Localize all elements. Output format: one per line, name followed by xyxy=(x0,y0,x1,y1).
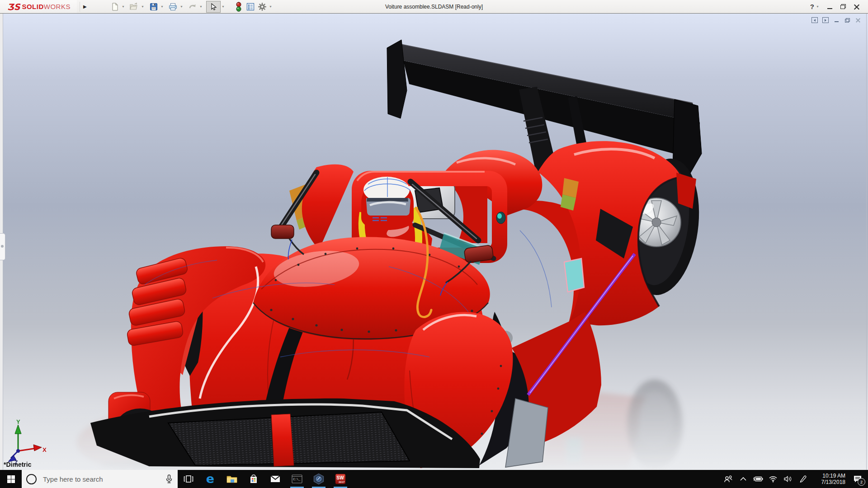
viewport-right-border xyxy=(866,14,867,470)
splitter-pillar xyxy=(271,414,294,466)
feature-manager-expand-tab[interactable] xyxy=(0,233,5,260)
system-tray: 10:19 AM 7/13/2018 2 xyxy=(721,470,868,488)
windows-logo-icon xyxy=(7,475,15,483)
task-view-icon xyxy=(183,474,194,484)
save-floppy-icon xyxy=(149,2,158,11)
select-cursor-icon xyxy=(209,3,217,11)
triad-x-label: X xyxy=(42,446,47,453)
traffic-light-icon xyxy=(235,2,242,12)
wifi-icon xyxy=(769,475,778,483)
power-status-button[interactable] xyxy=(750,470,765,488)
edrawings-hexagon-icon xyxy=(313,473,325,485)
minimize-icon xyxy=(827,8,832,9)
task-pane-button[interactable] xyxy=(245,1,256,12)
windows-taskbar: e xyxy=(0,470,868,488)
taskbar-clock[interactable]: 10:19 AM 7/13/2018 xyxy=(810,473,847,485)
command-prompt-icon: C:\_ xyxy=(291,474,303,484)
cmd-prompt-text: C:\_ xyxy=(293,478,301,481)
taskbar-app-file-explorer[interactable] xyxy=(221,470,243,488)
taskbar-app-edge[interactable]: e xyxy=(199,470,221,488)
action-center-button[interactable]: 2 xyxy=(847,470,868,488)
new-document-dropdown[interactable]: ▼ xyxy=(121,1,126,12)
task-view-button[interactable] xyxy=(178,470,199,488)
doc-next-button[interactable] xyxy=(820,16,831,24)
search-input[interactable] xyxy=(42,475,165,483)
taskbar-app-edrawings[interactable] xyxy=(308,470,330,488)
help-button[interactable]: ? xyxy=(807,3,815,10)
help-dropdown[interactable]: ▼ xyxy=(815,1,820,12)
start-button[interactable] xyxy=(0,470,22,488)
options-button[interactable] xyxy=(256,1,268,12)
graphics-viewport[interactable]: Y X Z *Dimetric xyxy=(0,14,868,470)
save-dropdown[interactable]: ▼ xyxy=(160,1,165,12)
tail-corner xyxy=(676,173,696,209)
battery-icon xyxy=(753,476,763,482)
undo-button[interactable] xyxy=(187,1,198,12)
print-dropdown[interactable]: ▼ xyxy=(179,1,184,12)
doc-restore-button[interactable] xyxy=(842,16,853,24)
store-icon xyxy=(248,474,259,484)
cortana-icon xyxy=(26,474,37,484)
chevron-up-icon xyxy=(740,477,747,481)
people-icon xyxy=(724,475,733,483)
save-button[interactable] xyxy=(148,1,160,12)
tray-overflow-button[interactable] xyxy=(736,470,750,488)
new-document-icon xyxy=(110,2,119,11)
people-button[interactable] xyxy=(721,470,736,488)
restore-icon xyxy=(840,4,846,9)
undo-dropdown[interactable]: ▼ xyxy=(198,1,203,12)
sw-icon-year: 2017 xyxy=(339,481,345,483)
clock-date: 7/13/2018 xyxy=(810,479,845,485)
view-orientation-label: *Dimetric xyxy=(4,461,31,468)
select-tool-button[interactable] xyxy=(206,1,221,13)
taskbar-app-command-prompt[interactable]: C:\_ xyxy=(286,470,308,488)
solidworks-logo[interactable]: ƷS SOLIDWORKS xyxy=(0,0,77,13)
microphone-icon[interactable] xyxy=(165,474,173,484)
close-button[interactable] xyxy=(850,0,863,13)
taskbar-app-mail[interactable] xyxy=(264,470,286,488)
network-button[interactable] xyxy=(765,470,780,488)
clock-time: 10:19 AM xyxy=(810,473,845,479)
open-document-button[interactable] xyxy=(128,1,140,12)
pen-settings-button[interactable] xyxy=(795,470,810,488)
solidworks-logo-bold: SOLID xyxy=(22,3,43,10)
speaker-icon xyxy=(783,475,793,483)
mail-icon xyxy=(269,474,281,484)
pen-icon xyxy=(799,475,807,483)
driver-helmet xyxy=(361,177,414,230)
notification-badge: 2 xyxy=(858,478,865,486)
new-document-button[interactable] xyxy=(109,1,121,12)
gear-icon xyxy=(258,2,267,11)
solidworks-application-window: ƷS SOLIDWORKS ▶ Voiture assomblee.SLDASM… xyxy=(0,0,868,488)
view-indicators-button[interactable] xyxy=(233,1,245,12)
edge-icon: e xyxy=(206,474,214,484)
cyan-window-insert xyxy=(564,258,584,292)
title-bar: ƷS SOLIDWORKS ▶ Voiture assomblee.SLDASM… xyxy=(0,0,868,14)
menu-flyout-arrow-icon[interactable]: ▶ xyxy=(80,2,90,12)
triad-y-label: Y xyxy=(16,418,20,425)
options-dropdown[interactable]: ▼ xyxy=(268,1,273,12)
solidworks-logo-glyph: ƷS xyxy=(7,2,20,12)
3d-scene-canvas[interactable]: Y X Z xyxy=(0,14,868,470)
quick-access-toolbar: ▼ ▼ ▼ xyxy=(109,1,276,13)
taskbar-app-store[interactable] xyxy=(243,470,264,488)
doc-close-button[interactable] xyxy=(853,16,863,24)
document-window-controls xyxy=(809,16,863,24)
taskbar-app-solidworks[interactable]: SW 2017 xyxy=(330,470,351,488)
select-tool-dropdown[interactable]: ▼ xyxy=(221,1,226,12)
undo-icon xyxy=(188,2,197,11)
doc-minimize-button[interactable] xyxy=(831,16,842,24)
print-button[interactable] xyxy=(167,1,179,12)
task-pane-list-icon xyxy=(246,2,255,11)
open-folder-icon xyxy=(129,2,139,11)
solidworks-app-icon: SW 2017 xyxy=(335,473,346,485)
open-document-dropdown[interactable]: ▼ xyxy=(140,1,145,12)
solidworks-logo-light: WORKS xyxy=(44,3,71,10)
minimize-button[interactable] xyxy=(823,0,836,13)
doc-previous-button[interactable] xyxy=(809,16,820,24)
taskbar-search[interactable] xyxy=(22,470,178,488)
close-icon xyxy=(854,4,859,9)
file-explorer-icon xyxy=(226,474,238,484)
restore-button[interactable] xyxy=(836,0,850,13)
volume-button[interactable] xyxy=(780,470,795,488)
